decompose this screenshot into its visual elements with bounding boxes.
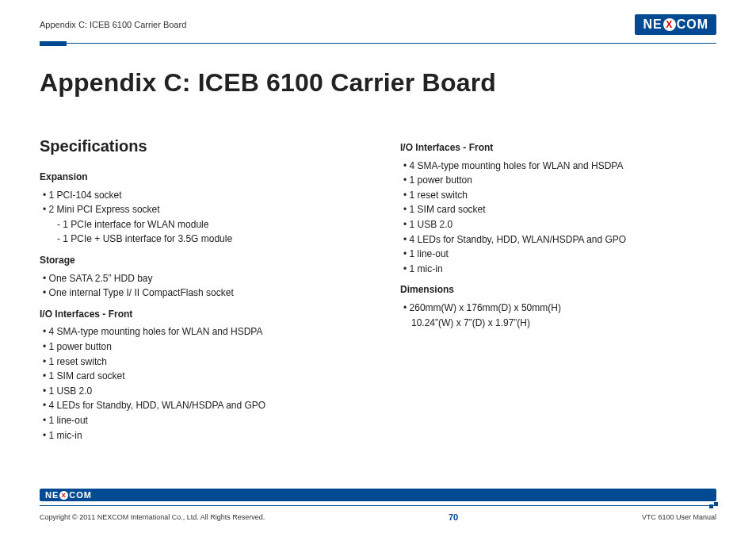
logo: NE X COM	[635, 14, 716, 35]
content-columns: Specifications Expansion1 PCI-104 socket…	[40, 134, 716, 447]
list-item: 4 SMA-type mounting holes for WLAN and H…	[403, 159, 716, 174]
sub-list-item: 1 PCIe interface for WLAN module	[57, 217, 356, 232]
group-heading: I/O Interfaces - Front	[400, 140, 716, 155]
list-item: 1 SIM card socket	[403, 202, 716, 217]
list-item-extra: 10.24”(W) x 7”(D) x 1.97”(H)	[403, 316, 716, 331]
left-column: Specifications Expansion1 PCI-104 socket…	[40, 134, 356, 447]
group-heading: Expansion	[40, 170, 356, 185]
header-rule	[40, 41, 716, 46]
bullet-list: 260mm(W) x 176mm(D) x 50mm(H)10.24”(W) x…	[400, 301, 716, 330]
list-item: 1 USB 2.0	[43, 384, 356, 399]
header-bar: Appendix C: ICEB 6100 Carrier Board NE X…	[40, 14, 716, 35]
list-item: 4 SMA-type mounting holes for WLAN and H…	[43, 324, 356, 339]
footer: NE X COM Copyright © 2011 NEXCOM Interna…	[40, 489, 716, 522]
list-item: 4 LEDs for Standby, HDD, WLAN/HSDPA and …	[43, 398, 356, 413]
list-item: One internal Type I/ II CompactFlash soc…	[43, 286, 356, 301]
list-item: 4 LEDs for Standby, HDD, WLAN/HSDPA and …	[403, 232, 716, 247]
page-title: Appendix C: ICEB 6100 Carrier Board	[40, 68, 716, 98]
list-item: 1 mic-in	[43, 428, 356, 443]
list-item: 2 Mini PCI Express socket1 PCIe interfac…	[43, 202, 356, 247]
list-item: 260mm(W) x 176mm(D) x 50mm(H)10.24”(W) x…	[403, 301, 716, 330]
list-item: 1 SIM card socket	[43, 369, 356, 384]
list-item: 1 reset switch	[43, 355, 356, 370]
bullet-list: One SATA 2.5” HDD bayOne internal Type I…	[40, 271, 356, 301]
group-heading: I/O Interfaces - Front	[40, 307, 356, 322]
section-heading: Specifications	[40, 134, 356, 159]
group-heading: Dimensions	[400, 282, 716, 297]
list-item: 1 reset switch	[403, 188, 716, 203]
page-number: 70	[449, 512, 458, 522]
list-item: 1 line-out	[403, 247, 716, 262]
sub-list-item: 1 PCIe + USB interface for 3.5G module	[57, 232, 356, 247]
logo-x-icon: X	[663, 18, 676, 31]
list-item: 1 PCI-104 socket	[43, 188, 356, 203]
list-item: 1 USB 2.0	[403, 217, 716, 232]
footer-logo: NE X COM	[40, 489, 716, 501]
bullet-list: 1 PCI-104 socket2 Mini PCI Express socke…	[40, 188, 356, 247]
sub-list: 1 PCIe interface for WLAN module1 PCIe +…	[43, 217, 356, 247]
logo-text-right: COM	[677, 17, 708, 32]
logo-text-left: NE	[643, 17, 662, 32]
doc-name: VTC 6100 User Manual	[642, 513, 716, 521]
list-item: 1 mic-in	[403, 262, 716, 277]
list-item: 1 power button	[403, 173, 716, 188]
footer-rule	[40, 503, 716, 509]
right-column: I/O Interfaces - Front4 SMA-type mountin…	[400, 134, 716, 447]
copyright-text: Copyright © 2011 NEXCOM International Co…	[40, 513, 265, 521]
breadcrumb: Appendix C: ICEB 6100 Carrier Board	[40, 20, 186, 29]
bullet-list: 4 SMA-type mounting holes for WLAN and H…	[40, 324, 356, 443]
group-heading: Storage	[40, 253, 356, 268]
bullet-list: 4 SMA-type mounting holes for WLAN and H…	[400, 159, 716, 277]
list-item: 1 line-out	[43, 413, 356, 428]
list-item: One SATA 2.5” HDD bay	[43, 271, 356, 286]
logo-x-icon: X	[59, 491, 68, 500]
list-item: 1 power button	[43, 339, 356, 355]
